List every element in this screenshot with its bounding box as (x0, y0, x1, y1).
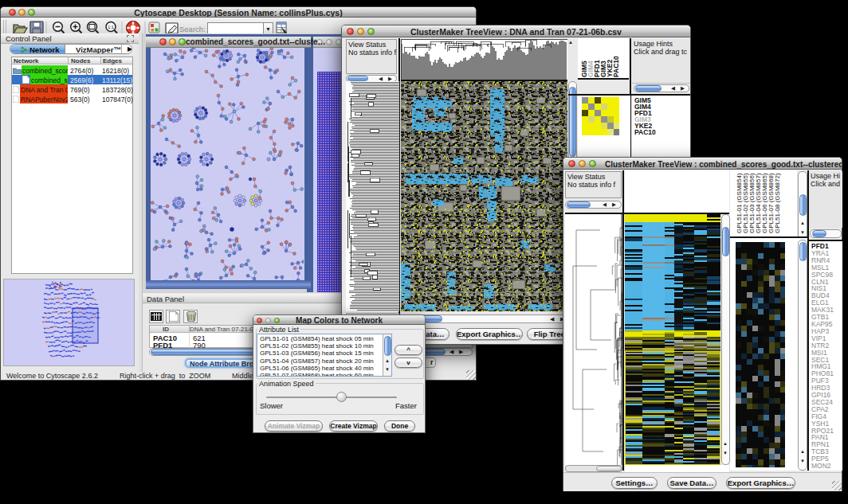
svg-text:1:1: 1:1 (108, 25, 114, 29)
